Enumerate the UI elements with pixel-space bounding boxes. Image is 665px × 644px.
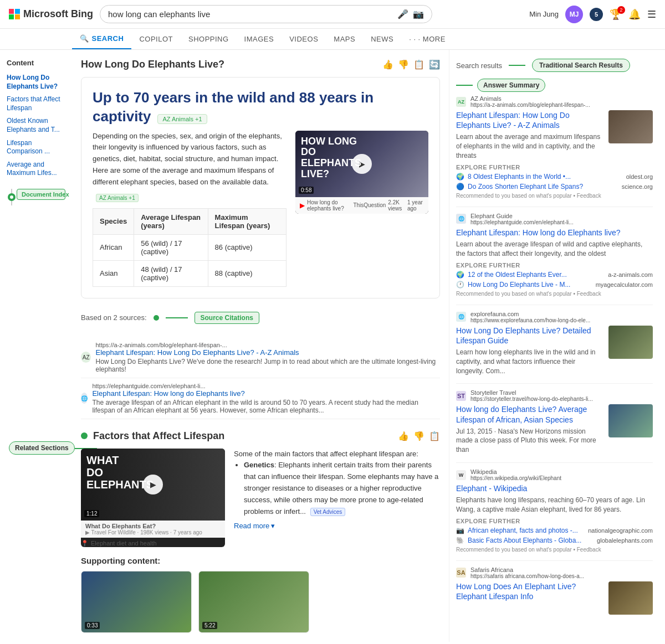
tab-shopping-label: SHOPPING — [188, 35, 229, 43]
sa-url: https://safaris africana.com/how-long-do… — [470, 573, 584, 579]
wiki-result-title[interactable]: Elephant - Wikipedia — [456, 483, 653, 493]
sidebar-item-lifespan[interactable]: How Long Do Elephants Live? — [7, 74, 65, 91]
refresh-icon[interactable]: 🔄 — [429, 59, 440, 70]
az-result-content: Elephant Lifespan: How Long Do Elephants… — [456, 110, 603, 161]
wiki-explore-1-icon: 📷 — [456, 527, 464, 534]
result-safaris-africana: SA Safaris Africana https://safaris afri… — [456, 566, 653, 615]
sidebar-item-comparison[interactable]: Lifespan Comparison ... — [7, 139, 65, 156]
traditional-search-badge[interactable]: Traditional Search Results — [532, 59, 630, 72]
thumbs-down-icon[interactable]: 👎 — [398, 59, 409, 70]
wiki-url: https://en.wikipedia.org/wiki/Elephant — [470, 475, 561, 481]
source-badge[interactable]: AZ Animals +1 — [157, 114, 207, 124]
col-average: Average Lifespan (years) — [134, 208, 208, 234]
factor-video-time: 7 years ago — [173, 529, 202, 535]
tab-news[interactable]: NEWS — [363, 29, 401, 49]
st-result-title[interactable]: How long do Elephants Live? Average Life… — [456, 404, 603, 424]
az-result-desc: Learn about the average and maximum life… — [456, 132, 603, 160]
factors-share-icon[interactable]: 📋 — [429, 431, 440, 441]
tab-search[interactable]: 🔍 SEARCH — [72, 29, 131, 49]
eg-domain-col: Elephant Guide https://elephantguide.com… — [470, 213, 574, 225]
support-card-2[interactable]: 5:22 — [198, 571, 309, 633]
supporting-section: Supporting content: 0:33 5:22 — [81, 556, 440, 633]
factor-video-play[interactable]: ▶ — [143, 475, 163, 494]
camera-icon[interactable]: 📷 — [413, 9, 424, 19]
eg-result-title[interactable]: Elephant Lifespan: How long do Elephants… — [456, 228, 653, 238]
factors-thumbs-down-icon[interactable]: 👎 — [413, 431, 424, 441]
ef-domain-col: explorefauna.com https://www.explorefaun… — [470, 311, 590, 323]
tab-more[interactable]: · · · MORE — [401, 29, 453, 49]
document-index-badge[interactable]: Document Index — [17, 189, 65, 200]
wiki-explore-1-text[interactable]: African elephant, facts and photos -... — [468, 527, 585, 534]
sa-result-row: How Long Does An Elephant Live? Elephant… — [456, 581, 653, 615]
wiki-explore-2-text[interactable]: Basic Facts About Elephants - Globa... — [468, 537, 594, 544]
az-explore-2[interactable]: 🔵 Do Zoos Shorten Elephant Life Spans? s… — [456, 183, 653, 190]
nav-tabs: 🔍 SEARCH COPILOT SHOPPING IMAGES VIDEOS … — [0, 29, 665, 50]
sidebar-item-oldest[interactable]: Oldest Known Elephants and T... — [7, 117, 65, 134]
citation-eg-content: https://elephantguide.com/en/elephant-li… — [92, 383, 440, 414]
tab-news-label: NEWS — [371, 35, 393, 43]
search-input[interactable] — [108, 9, 393, 19]
result-az-animals: AZ AZ Animals https://a-z-animals.com/bl… — [456, 95, 653, 199]
result-elephant-guide: 🌐 Elephant Guide https://elephantguide.c… — [456, 213, 653, 297]
tab-copilot[interactable]: COPILOT — [131, 29, 181, 49]
az-explore-1-text[interactable]: 8 Oldest Elephants in the World •... — [468, 173, 623, 181]
search-bar[interactable]: 🎤 📷 — [100, 5, 432, 23]
st-domain: Storyteller Travel — [470, 389, 593, 396]
ef-result-thumb — [608, 326, 653, 359]
header-connector-line — [509, 65, 525, 66]
wiki-domain-col: Wikipedia https://en.wikipedia.org/wiki/… — [470, 468, 561, 481]
az-explore-2-text[interactable]: Do Zoos Shorten Elephant Life Spans? — [468, 183, 618, 190]
tab-images[interactable]: IMAGES — [237, 29, 282, 49]
eg-explore-2-text[interactable]: How Long Do Elephants Live - M... — [468, 281, 592, 288]
factor-video-meta: What Do Elephants Eat? ▶ Travel For Wild… — [81, 521, 225, 538]
sa-result-title[interactable]: How Long Does An Elephant Live? Elephant… — [456, 581, 603, 601]
az-explore-1[interactable]: 🌍 8 Oldest Elephants in the World •... o… — [456, 173, 653, 181]
wiki-explore-2[interactable]: 🐘 Basic Facts About Elephants - Globa...… — [456, 537, 653, 544]
sidebar-item-factors[interactable]: Factors that Affect Lifespan — [7, 95, 65, 112]
citation-az-title[interactable]: Elephant Lifespan: How Long Do Elephants… — [95, 348, 440, 357]
factors-thumbs-up-icon[interactable]: 👍 — [398, 431, 409, 441]
factor-video[interactable]: WHATDOELEPHANTS ▶ 1:12 What Do Elephants… — [81, 449, 225, 547]
citation-eg-title[interactable]: Elephant Lifespan: How long do Elephants… — [92, 389, 440, 398]
ef-result-title[interactable]: How Long Do Elephants Live? Detailed Lif… — [456, 326, 603, 346]
related-sections-badge[interactable]: Related Sections — [9, 441, 75, 455]
wiki-result-desc: Elephants have long lifespans, reaching … — [456, 496, 653, 514]
eg-explore-1-text[interactable]: 12 of the Oldest Elephants Ever... — [468, 271, 605, 279]
notification-icon[interactable]: 🔔 — [628, 8, 641, 20]
az-result-title[interactable]: Elephant Lifespan: How Long Do Elephants… — [456, 110, 603, 130]
vet-badge[interactable]: Vet Advices — [310, 508, 346, 516]
microphone-icon[interactable]: 🎤 — [397, 9, 408, 19]
eg-explore-2[interactable]: 🕐 How Long Do Elephants Live - M... myag… — [456, 281, 653, 288]
factor-video-source: ▶ Travel For Wildlife · 198K views · 7 y… — [85, 529, 221, 535]
tab-shopping[interactable]: SHOPPING — [181, 29, 237, 49]
eg-explore-1-icon: 🌍 — [456, 271, 464, 279]
main-layout: Content How Long Do Elephants Live? Fact… — [0, 50, 665, 642]
tab-maps[interactable]: MAPS — [326, 29, 363, 49]
thumbs-up-icon[interactable]: 👍 — [382, 59, 393, 70]
answer-text-col: Depending on the species, sex, and origi… — [93, 131, 287, 287]
factors-section-title: Factors that Affect Lifespan — [93, 430, 224, 442]
reward-icon[interactable]: 🏆 2 — [610, 8, 622, 20]
support-card-1[interactable]: 0:33 — [81, 571, 192, 633]
sa-result-thumb — [608, 581, 653, 615]
menu-icon[interactable]: ☰ — [647, 8, 656, 20]
wiki-explore-1[interactable]: 📷 African elephant, facts and photos -..… — [456, 527, 653, 534]
answer-video[interactable]: HOW LONGDOELEPHANTSLIVE? ▶ 0:58 ▶ How lo… — [295, 131, 428, 214]
source-citations-badge[interactable]: Source Citations — [195, 312, 259, 324]
sources-connector-line — [166, 317, 188, 318]
factors-section-actions: 👍 👎 📋 — [398, 431, 440, 441]
answer-summary-badge[interactable]: Answer Summary — [477, 79, 545, 92]
eg-explore-1[interactable]: 🌍 12 of the Oldest Elephants Ever... a-z… — [456, 271, 653, 279]
video-views: 2.2K views — [388, 199, 405, 212]
sidebar-item-average[interactable]: Average and Maximum Lifes... — [7, 161, 65, 178]
az-animals-tag[interactable]: AZ Animals +1 — [96, 194, 139, 202]
search-results-label: Search results — [456, 61, 502, 70]
support-duration-1: 0:33 — [85, 622, 100, 629]
read-more-label: Read more — [234, 521, 269, 532]
eg-explore-2-icon: 🕐 — [456, 281, 464, 288]
share-icon[interactable]: 📋 — [413, 59, 424, 70]
tab-videos[interactable]: VIDEOS — [282, 29, 326, 49]
az-recommended: Recommended to you based on what's popul… — [456, 193, 653, 199]
avatar: MJ — [565, 6, 583, 23]
read-more-button[interactable]: Read more ▾ — [234, 521, 440, 532]
